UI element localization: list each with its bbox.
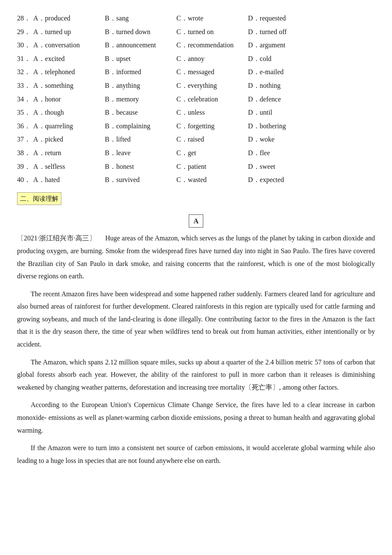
question-option: C．unless [176,107,245,118]
question-option: C．wasted [176,174,245,185]
question-option: B．sang [105,13,173,24]
question-options: A．thoughB．becauseC．unlessD．until [33,107,320,118]
question-options: A．honorB．memoryC．celebrationD．defence [33,94,320,105]
question-option: A．selfless [33,161,101,172]
question-option: B．lifted [105,134,173,145]
passage-paragraph: The recent Amazon fires have been widesp… [17,288,375,351]
passage-a-content: 〔2021·浙江绍兴市·高三〕 Huge areas of the Amazon… [17,232,375,467]
question-option: B．anything [105,80,173,91]
question-option: D．nothing [248,80,316,91]
section-label: 二、阅读理解 [17,192,61,205]
question-option: D．turned off [248,26,316,38]
question-row: 32．A．telephonedB．informedC．messagedD．e-m… [17,66,375,78]
question-number: 32． [17,66,33,78]
passage-paragraph: The Amazon, which spans 2.12 million squ… [17,356,375,394]
question-option: D．flee [248,147,316,159]
question-option: B．because [105,107,173,118]
question-option: A．turned up [33,26,101,38]
question-options: A．producedB．sangC．wroteD．requested [33,13,320,24]
question-number: 35． [17,107,33,118]
question-option: A．honor [33,94,101,105]
question-option: D．expected [248,174,316,185]
question-option: D．defence [248,94,316,105]
question-number: 31． [17,53,33,64]
passage-a-label: A [189,214,203,228]
question-option: A．excited [33,53,101,64]
question-option: B．leave [105,147,173,159]
question-option: D．cold [248,53,316,64]
question-option: B．upset [105,53,173,64]
question-option: B．complaining [105,121,173,132]
question-option: C．wrote [176,13,245,24]
question-number: 29． [17,26,33,38]
question-row: 39．A．selflessB．honestC．patientD．sweet [17,161,375,172]
question-row: 34．A．honorB．memoryC．celebrationD．defence [17,94,375,105]
question-option: C．patient [176,161,245,172]
question-option: A．something [33,80,101,91]
question-option: C．forgetting [176,121,245,132]
passage-a-header: A [17,214,375,228]
question-option: C．get [176,147,245,159]
passage-paragraph: According to the European Union's Copern… [17,399,375,436]
question-option: C．raised [176,134,245,145]
question-options: A．conversationB．announcementC．recommenda… [33,40,320,51]
question-number: 36． [17,121,33,132]
question-option: B．honest [105,161,173,172]
section-divider: 二、阅读理解 [17,188,375,208]
question-option: B．survived [105,174,173,185]
question-option: C．everything [176,80,245,91]
question-option: A．hated [33,174,101,185]
question-number: 28． [17,13,33,24]
question-row: 40．A．hatedB．survivedC．wastedD．expected [17,174,375,185]
question-row: 30．A．conversationB．announcementC．recomme… [17,40,375,51]
question-row: 28．A．producedB．sangC．wroteD．requested [17,13,375,24]
question-options: A．telephonedB．informedC．messagedD．e-mail… [33,66,320,78]
question-options: A．hatedB．survivedC．wastedD．expected [33,174,320,185]
question-options: A．returnB．leaveC．getD．flee [33,147,320,159]
question-number: 34． [17,94,33,105]
question-option: A．telephoned [33,66,101,78]
question-option: C．turned on [176,26,245,38]
question-option: A．produced [33,13,101,24]
question-row: 29．A．turned upB．turned downC．turned onD．… [17,26,375,38]
question-option: D．argument [248,40,316,51]
question-options: A．somethingB．anythingC．everythingD．nothi… [33,80,320,91]
passage-source: 〔2021·浙江绍兴市·高三〕 [17,234,96,242]
question-number: 33． [17,80,33,91]
question-row: 37．A．pickedB．liftedC．raisedD．woke [17,134,375,145]
question-options: A．turned upB．turned downC．turned onD．tur… [33,26,320,38]
question-row: 35．A．thoughB．becauseC．unlessD．until [17,107,375,118]
question-option: A．though [33,107,101,118]
question-row: 38．A．returnB．leaveC．getD．flee [17,147,375,159]
question-number: 39． [17,161,33,172]
question-option: C．recommendation [176,40,245,51]
question-options: A．pickedB．liftedC．raisedD．woke [33,134,320,145]
questions-section: 28．A．producedB．sangC．wroteD．requested29．… [17,13,375,185]
question-option: C．celebration [176,94,245,105]
question-number: 37． [17,134,33,145]
question-option: B．memory [105,94,173,105]
question-option: A．conversation [33,40,101,51]
question-option: A．return [33,147,101,159]
question-option: C．messaged [176,66,245,78]
question-options: A．quarrelingB．complainingC．forgettingD．b… [33,121,320,132]
question-number: 38． [17,147,33,159]
question-option: D．e-mailed [248,66,316,78]
question-row: 36．A．quarrelingB．complainingC．forgetting… [17,121,375,132]
question-option: A．quarreling [33,121,101,132]
question-option: B．informed [105,66,173,78]
question-row: 33．A．somethingB．anythingC．everythingD．no… [17,80,375,91]
question-number: 30． [17,40,33,51]
question-option: D．bothering [248,121,316,132]
question-option: D．woke [248,134,316,145]
question-number: 40． [17,174,33,185]
question-option: D．sweet [248,161,316,172]
passage-paragraph: 〔2021·浙江绍兴市·高三〕 Huge areas of the Amazon… [17,232,375,282]
question-options: A．excitedB．upsetC．annoyD．cold [33,53,320,64]
question-options: A．selflessB．honestC．patientD．sweet [33,161,320,172]
question-option: B．turned down [105,26,173,38]
passage-paragraph: If the Amazon were to turn into a consis… [17,442,375,467]
question-row: 31．A．excitedB．upsetC．annoyD．cold [17,53,375,64]
question-option: A．picked [33,134,101,145]
question-option: C．annoy [176,53,245,64]
